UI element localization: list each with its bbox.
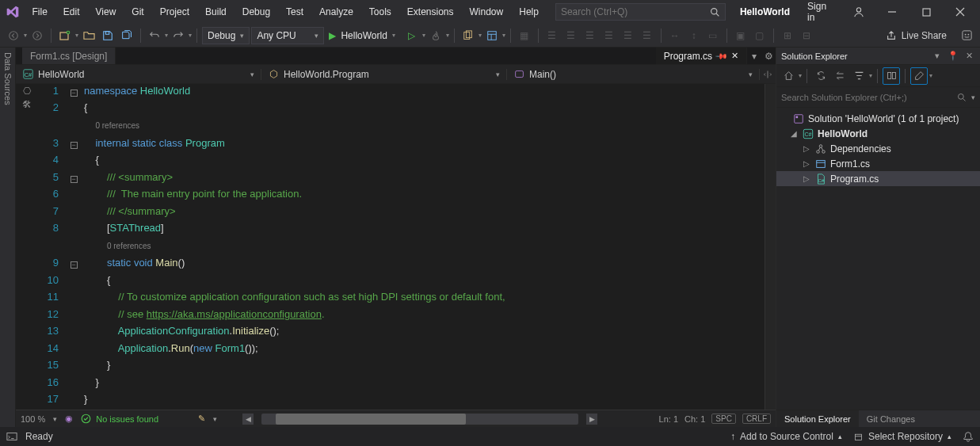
data-sources-tab[interactable]: Data Sources [3,52,13,427]
tab-solution-explorer[interactable]: Solution Explorer [776,410,859,427]
start-no-debug-button[interactable]: ▷ [403,27,421,44]
start-debug-button[interactable]: ▶ HelloWorld ▾ [326,27,401,44]
solution-search[interactable]: ▾ [776,87,980,108]
tree-node-form1[interactable]: ▷ Form1.cs [776,156,980,171]
hscroll-right[interactable]: ▶ [586,414,597,425]
window-close-icon[interactable] [943,0,977,24]
save-all-icon[interactable] [118,27,135,44]
window-minimize-icon[interactable] [875,0,909,24]
tree-node-dependencies[interactable]: ▷ Dependencies [776,141,980,156]
live-share-button[interactable]: Live Share [879,30,953,41]
nav-split-icon[interactable] [760,70,776,79]
svg-point-19 [967,34,969,36]
svg-rect-35 [817,160,826,167]
check-circle-icon [81,414,91,424]
menu-git[interactable]: Git [124,3,151,21]
title-bar: File Edit View Git Project Build Debug T… [0,0,980,24]
menu-debug[interactable]: Debug [235,3,277,21]
menu-project[interactable]: Project [153,3,196,21]
tab-form1-design[interactable]: Form1.cs [Design] [22,48,116,64]
expander-icon[interactable]: ▷ [802,144,811,153]
expander-icon[interactable]: ◢ [789,129,799,138]
output-icon[interactable] [6,431,17,442]
tab-close-icon[interactable]: ✕ [731,51,738,61]
tree-node-project[interactable]: ◢ C# HelloWorld [776,126,980,141]
hspace-icon: ↔ [666,27,684,44]
expander-icon[interactable]: ▷ [802,174,811,183]
properties-icon[interactable] [910,67,928,85]
sync-icon[interactable] [812,67,829,85]
horizontal-scrollbar[interactable] [261,414,578,425]
menu-tools[interactable]: Tools [362,3,398,21]
nav-member-dropdown[interactable]: Main()▾ [507,69,760,80]
panel-pin-icon[interactable]: 📍 [947,50,959,63]
menu-help[interactable]: Help [512,3,546,21]
chevron-down-icon[interactable]: ▾ [53,415,57,423]
tab-overflow-dropdown[interactable]: ▾ [747,48,761,64]
menu-file[interactable]: File [25,3,55,21]
show-all-files-icon[interactable] [883,67,900,85]
menu-analyze[interactable]: Analyze [312,3,360,21]
caret-line: Ln: 1 [659,414,678,424]
home-icon[interactable] [780,67,797,85]
pin-icon[interactable]: 📌 [715,49,728,62]
platform-dropdown[interactable]: Any CPU▾ [251,27,324,44]
sign-in-link[interactable]: Sign in [801,1,842,23]
solution-tree[interactable]: Solution 'HelloWorld' (1 of 1 project) ◢… [776,108,980,410]
track-changes-icon[interactable]: ⎔ [23,86,31,99]
account-icon[interactable] [842,0,876,24]
files-icon[interactable] [459,27,477,44]
solution-search-input[interactable] [781,93,952,102]
new-project-icon[interactable] [56,27,74,44]
nav-project-dropdown[interactable]: C# HelloWorld▾ [16,69,261,80]
feedback-icon[interactable] [958,27,975,44]
nav-fwd-icon[interactable] [29,27,46,44]
menu-view[interactable]: View [89,3,124,21]
chevron-down-icon[interactable]: ▾ [971,93,975,101]
hot-reload-icon[interactable] [427,27,444,44]
menu-extensions[interactable]: Extensions [400,3,461,21]
global-search[interactable] [555,3,726,21]
undo-icon[interactable] [146,27,163,44]
open-file-icon[interactable] [80,27,97,44]
solution-icon [792,112,805,125]
menu-test[interactable]: Test [279,3,311,21]
menu-window[interactable]: Window [463,3,511,21]
screwdriver-icon[interactable]: 🛠 [22,99,32,112]
line-endings[interactable]: CRLF [742,414,771,424]
panel-close-icon[interactable]: ✕ [963,50,975,63]
notifications-icon[interactable] [963,431,974,442]
hscroll-left[interactable]: ◀ [242,414,254,425]
menu-edit[interactable]: Edit [56,3,87,21]
nav-back-icon[interactable] [5,27,22,44]
config-dropdown[interactable]: Debug▾ [202,27,250,44]
menu-build[interactable]: Build [198,3,234,21]
panel-dropdown-icon[interactable]: ▾ [931,50,944,63]
scroll-map[interactable] [765,84,776,410]
nav-class-dropdown[interactable]: HelloWorld.Program▾ [261,69,507,80]
layout-icon[interactable] [483,27,501,44]
tab-program-cs[interactable]: Program.cs 📌 ✕ [656,48,747,64]
paintbrush-icon[interactable]: ✎ [198,414,205,424]
error-list-icon[interactable]: ◉ [65,414,73,424]
global-search-input[interactable] [561,6,710,17]
tree-node-program[interactable]: ▷ C# Program.cs [776,171,980,186]
switch-views-icon[interactable] [831,67,848,85]
svg-rect-24 [887,72,890,78]
window-maximize-icon[interactable] [909,0,944,24]
expander-icon[interactable]: ▷ [802,159,811,168]
indent-mode[interactable]: SPC [711,414,736,424]
redo-icon[interactable] [170,27,187,44]
tab-git-changes[interactable]: Git Changes [859,410,923,427]
select-repository[interactable]: Select Repository ▴ [853,431,951,442]
zoom-level[interactable]: 100 % [21,414,45,424]
save-icon[interactable] [99,27,116,44]
code-editor[interactable]: ⎔ 🛠 1−namespace HelloWorld 2{ 0 referenc… [16,84,776,410]
add-source-control[interactable]: ↑ Add to Source Control ▴ [730,431,842,442]
svg-point-18 [964,34,966,36]
left-tool-rail[interactable]: Data Sources [0,48,16,427]
filter-icon[interactable] [850,67,868,85]
tab-options-icon[interactable]: ⚙ [761,48,776,64]
tree-node-solution[interactable]: Solution 'HelloWorld' (1 of 1 project) [776,111,980,126]
issues-indicator[interactable]: No issues found [81,414,158,424]
